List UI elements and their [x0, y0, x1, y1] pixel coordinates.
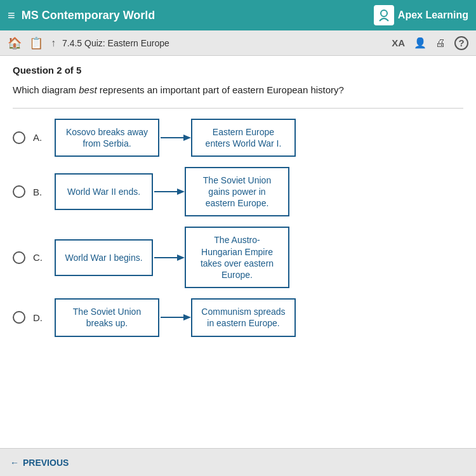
apex-logo: Apex Learning [374, 5, 468, 25]
radio-b[interactable] [13, 185, 25, 198]
diagram-pair-c: World War I begins. The Austro-Hungarian… [55, 227, 289, 288]
diagram-box-d-right: Communism spreads in eastern Europe. [191, 298, 296, 336]
arrow-c [153, 251, 185, 264]
option-label-b: B. [33, 187, 47, 197]
profile-icon[interactable]: 👤 [414, 37, 426, 49]
apex-icon [374, 5, 394, 25]
diagram-pair-a: Kosovo breaks away from Serbia. Eastern … [55, 119, 296, 157]
translate-icon[interactable]: XA [392, 37, 405, 48]
previous-button[interactable]: ← PREVIOUS [10, 458, 69, 468]
option-label-c: C. [33, 252, 47, 263]
home-icon[interactable]: 🏠 [8, 36, 22, 50]
diagram-box-c-left: World War I begins. [55, 239, 153, 276]
svg-point-0 [381, 10, 387, 17]
svg-marker-4 [177, 188, 185, 195]
prev-label: PREVIOUS [23, 458, 69, 468]
second-nav-bar: 🏠 📋 ↑ 7.4.5 Quiz: Eastern Europe XA 👤 🖨 … [0, 30, 476, 56]
diagram-box-a-right: Eastern Europe enters World War I. [191, 119, 296, 157]
option-label-a: A. [33, 132, 47, 143]
svg-marker-8 [183, 314, 191, 321]
answer-options: A. Kosovo breaks away from Serbia. Easte… [13, 119, 463, 337]
nav-title: MS Contemporary World [22, 9, 155, 22]
answer-row-a: A. Kosovo breaks away from Serbia. Easte… [13, 119, 463, 157]
main-content: Question 2 of 5 Which diagram best repre… [0, 56, 476, 448]
hamburger-icon[interactable]: ≡ [8, 8, 15, 23]
second-nav-left: 🏠 📋 ↑ 7.4.5 Quiz: Eastern Europe [8, 36, 169, 50]
breadcrumb: 7.4.5 Quiz: Eastern Europe [62, 38, 169, 48]
answer-row-b: B. World War II ends. The Soviet Union g… [13, 167, 463, 217]
question-text: Which diagram best represents an importa… [13, 83, 463, 98]
diagram-box-d-left: The Soviet Union breaks up. [55, 298, 159, 336]
prev-arrow-icon: ← [10, 458, 19, 468]
nav-left: ≡ MS Contemporary World [8, 8, 155, 23]
option-label-d: D. [33, 312, 47, 323]
top-nav-bar: ≡ MS Contemporary World Apex Learning [0, 0, 476, 30]
radio-a[interactable] [13, 131, 25, 144]
print-icon[interactable]: 🖨 [435, 37, 446, 49]
radio-c[interactable] [13, 251, 25, 264]
diagram-box-b-left: World War II ends. [55, 173, 153, 210]
divider [13, 108, 463, 109]
back-arrow-icon[interactable]: ↑ [51, 37, 56, 49]
help-icon[interactable]: ? [454, 36, 468, 50]
answer-row-d: D. The Soviet Union breaks up. Communism… [13, 298, 463, 336]
bookmarks-icon[interactable]: 📋 [29, 36, 43, 50]
diagram-box-b-right: The Soviet Union gains power in eastern … [185, 167, 289, 217]
nav-icons: 🏠 📋 ↑ [8, 36, 56, 50]
second-nav-right: XA 👤 🖨 ? [392, 36, 468, 50]
svg-marker-2 [183, 135, 191, 141]
answer-row-c: C. World War I begins. The Austro-Hungar… [13, 227, 463, 288]
bottom-bar: ← PREVIOUS [0, 448, 476, 476]
diagram-box-c-right: The Austro-Hungarian Empire takes over e… [185, 227, 289, 288]
arrow-a [159, 131, 191, 144]
question-number: Question 2 of 5 [13, 65, 463, 76]
radio-d[interactable] [13, 311, 25, 324]
arrow-d [159, 311, 191, 324]
diagram-pair-d: The Soviet Union breaks up. Communism sp… [55, 298, 296, 336]
svg-marker-6 [177, 255, 185, 261]
arrow-b [153, 185, 185, 198]
apex-label: Apex Learning [398, 10, 468, 21]
diagram-pair-b: World War II ends. The Soviet Union gain… [55, 167, 289, 217]
diagram-box-a-left: Kosovo breaks away from Serbia. [55, 119, 159, 157]
